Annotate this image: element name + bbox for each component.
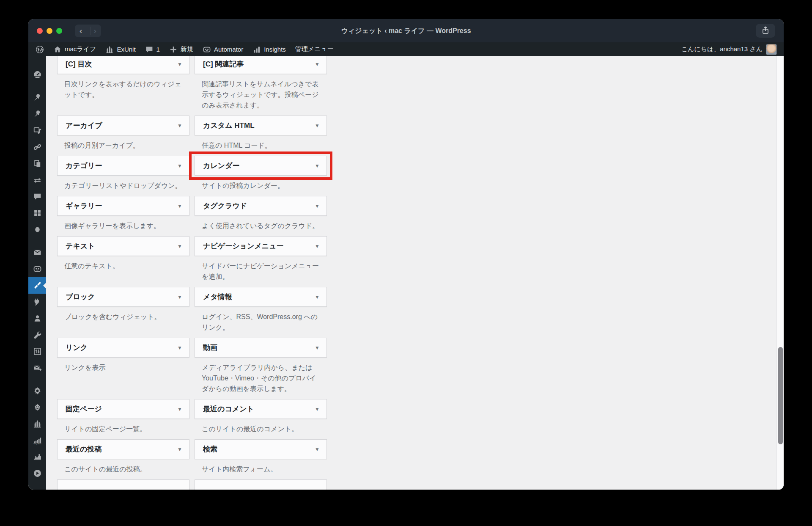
- window-title: ウィジェット ‹ mac ライフ — WordPress: [341, 26, 471, 35]
- widget-title: カテゴリー: [66, 161, 102, 171]
- widget-header[interactable]: カレンダー ▼: [195, 156, 327, 176]
- forward-button[interactable]: ›: [90, 27, 98, 35]
- widget-header[interactable]: ▼: [57, 479, 189, 490]
- sidebar-item-settings-gear[interactable]: [28, 383, 46, 399]
- grid-blocks-icon: [33, 209, 42, 218]
- chevron-down-icon[interactable]: ▼: [315, 61, 320, 67]
- close-window-button[interactable]: [37, 28, 43, 34]
- adminbar-item-macライフ[interactable]: macライフ: [49, 42, 101, 56]
- sidebar-item-pages[interactable]: [28, 155, 46, 172]
- chevron-down-icon[interactable]: ▼: [177, 406, 182, 412]
- sidebar-item-pin2[interactable]: [28, 106, 46, 122]
- sidebar-item-exunit-castle[interactable]: [28, 416, 46, 432]
- adminbar-item-管理メニュー[interactable]: 管理メニュー: [291, 42, 338, 56]
- chevron-down-icon[interactable]: ▼: [177, 203, 182, 209]
- share-button[interactable]: [756, 24, 775, 38]
- widget-card: ▼: [195, 479, 327, 490]
- chevron-down-icon[interactable]: ▼: [177, 294, 182, 300]
- widget-header[interactable]: ブロック ▼: [57, 287, 189, 307]
- avatar[interactable]: [766, 44, 777, 55]
- widget-header[interactable]: タグクラウド ▼: [195, 196, 327, 216]
- mail-envelope-icon: [33, 248, 42, 257]
- widget-title: ナビゲーションメニュー: [203, 241, 284, 251]
- wpquads-bars-icon: WPQUADS: [33, 436, 42, 445]
- widget-header[interactable]: アーカイブ ▼: [57, 116, 189, 135]
- chevron-down-icon[interactable]: ▼: [177, 446, 182, 452]
- admin-bar-account[interactable]: こんにちは、anchan13 さん: [681, 44, 778, 55]
- widget-header[interactable]: 最近のコメント ▼: [195, 399, 327, 419]
- scrollbar-thumb[interactable]: [778, 347, 783, 444]
- widget-card: 固定ページ ▼ サイトの固定ページ一覧。: [57, 399, 189, 439]
- automator-robot-icon: [33, 264, 42, 273]
- chevron-down-icon[interactable]: ▼: [315, 294, 320, 300]
- chevron-down-icon[interactable]: ▼: [315, 123, 320, 129]
- widget-header[interactable]: ▼: [195, 479, 327, 490]
- widgets-page-content: [C] 目次 ▼ 目次リンクを表示するだけのウィジェットです。 [C] 関連記事…: [46, 56, 784, 490]
- widget-header[interactable]: リンク ▼: [57, 338, 189, 358]
- plus-icon: [169, 45, 178, 54]
- sidebar-item-grid-blocks[interactable]: [28, 205, 46, 221]
- sidebar-item-collapse-play-circle[interactable]: [28, 465, 46, 482]
- widget-header[interactable]: カスタム HTML ▼: [195, 116, 327, 135]
- sidebar-item-tools-wrench[interactable]: [28, 327, 46, 343]
- widget-title: メタ情報: [203, 292, 232, 302]
- chevron-down-icon[interactable]: ▼: [315, 345, 320, 351]
- chevron-down-icon[interactable]: ▼: [315, 243, 320, 249]
- sidebar-item-media[interactable]: [28, 122, 46, 139]
- sidebar-item-pin[interactable]: [28, 89, 46, 106]
- widget-header[interactable]: 最近の投稿 ▼: [57, 439, 189, 459]
- chevron-down-icon[interactable]: ▼: [177, 123, 182, 129]
- sidebar-item-plugin-plug[interactable]: [28, 294, 46, 310]
- collapse-play-circle-icon: [33, 469, 42, 478]
- adminbar-item-1[interactable]: 1: [140, 42, 165, 56]
- adminbar-item-wordpress[interactable]: [31, 42, 49, 56]
- chevron-down-icon[interactable]: ▼: [315, 446, 320, 452]
- widget-header[interactable]: 検索 ▼: [195, 439, 327, 459]
- sidebar-item-dashboard-gauge[interactable]: [28, 66, 46, 83]
- widget-header[interactable]: メタ情報 ▼: [195, 287, 327, 307]
- widget-card: タグクラウド ▼ よく使用されているタグのクラウド。: [195, 196, 327, 236]
- widget-header[interactable]: [C] 目次 ▼: [57, 56, 189, 74]
- sidebar-item-gear-face[interactable]: [28, 399, 46, 416]
- widget-title: 検索: [203, 444, 217, 454]
- chevron-down-icon[interactable]: ▼: [315, 406, 320, 412]
- sidebar-item-stats-mountain[interactable]: [28, 449, 46, 465]
- adminbar-item-Automator[interactable]: Automator: [198, 42, 248, 56]
- mail-send-icon: [33, 364, 42, 372]
- sidebar-item-mail-envelope[interactable]: [28, 244, 46, 261]
- minimize-window-button[interactable]: [47, 28, 52, 34]
- sidebar-item-loop-arrows[interactable]: [28, 172, 46, 188]
- chevron-down-icon[interactable]: ▼: [315, 163, 320, 169]
- widget-title: アーカイブ: [66, 121, 102, 130]
- adminbar-item-Insights[interactable]: Insights: [248, 42, 291, 56]
- widget-header[interactable]: 固定ページ ▼: [57, 399, 189, 419]
- widget-description: 任意の HTML コード。: [202, 140, 323, 151]
- sidebar-item-wpquads-bars[interactable]: WPQUADS: [28, 432, 46, 449]
- chevron-down-icon[interactable]: ▼: [177, 163, 182, 169]
- chevron-down-icon[interactable]: ▼: [315, 203, 320, 209]
- scrollbar-track[interactable]: [776, 56, 784, 490]
- sidebar-item-mail-send[interactable]: [28, 360, 46, 376]
- sidebar-item-settings-sliders[interactable]: [28, 343, 46, 360]
- back-button[interactable]: ‹: [78, 27, 84, 35]
- widget-description: メディアライブラリ内から、またはYouTube・Vimeo・その他のプロバイダか…: [202, 362, 323, 394]
- zoom-window-button[interactable]: [56, 28, 62, 34]
- sidebar-item-users-person[interactable]: [28, 310, 46, 327]
- sidebar-item-comment-bubble[interactable]: [28, 188, 46, 205]
- widget-header[interactable]: テキスト ▼: [57, 236, 189, 256]
- widget-header[interactable]: カテゴリー ▼: [57, 156, 189, 176]
- sidebar-item-link-chain[interactable]: [28, 139, 46, 155]
- chevron-down-icon[interactable]: ▼: [177, 345, 182, 351]
- sidebar-item-automator-robot[interactable]: [28, 261, 46, 277]
- widget-description: このサイトの最近の投稿。: [64, 464, 185, 474]
- chevron-down-icon[interactable]: ▼: [177, 61, 182, 67]
- sidebar-item-appearance-brush[interactable]: [28, 277, 46, 294]
- widget-header[interactable]: [C] 関連記事 ▼: [195, 56, 327, 74]
- widget-header[interactable]: 動画 ▼: [195, 338, 327, 358]
- chevron-down-icon[interactable]: ▼: [177, 243, 182, 249]
- adminbar-item-ExUnit[interactable]: ExUnit: [101, 42, 140, 56]
- adminbar-item-新規[interactable]: 新規: [165, 42, 198, 56]
- widget-header[interactable]: ギャラリー ▼: [57, 196, 189, 216]
- sidebar-item-status-dot[interactable]: [28, 221, 46, 238]
- widget-header[interactable]: ナビゲーションメニュー ▼: [195, 236, 327, 256]
